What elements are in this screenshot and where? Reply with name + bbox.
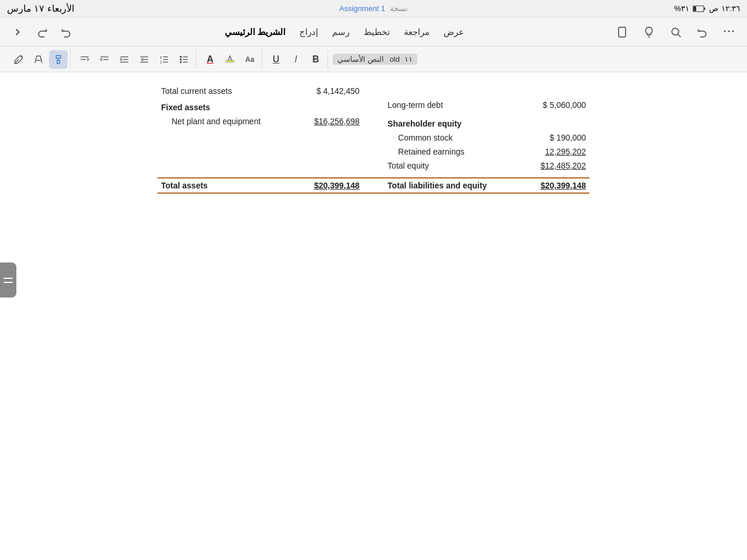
nav-layout[interactable]: تخطيط <box>358 24 396 40</box>
font-size-button[interactable]: Aa <box>240 50 259 69</box>
bullet-list-icon <box>179 54 189 65</box>
undo-button[interactable] <box>694 24 711 40</box>
right-label: Retained earnings <box>384 145 502 159</box>
battery-level: ٣١% <box>674 4 689 13</box>
formatting-toolbar: A Aa U I B ١١ old النص الأساسي <box>0 47 747 72</box>
table-row: Retained earnings 12,295,202 <box>158 145 589 159</box>
left-amount <box>275 159 363 173</box>
table-row: Net plant and equipment $16,256,698 Shar… <box>158 114 589 131</box>
right-label: Shareholder equity <box>384 114 502 131</box>
left-label <box>158 159 275 173</box>
italic-icon: I <box>295 54 297 65</box>
redo-button[interactable] <box>34 24 50 40</box>
total-right-amount: $20,399,148 <box>502 178 589 193</box>
more-button[interactable]: ··· <box>721 24 738 40</box>
left-amount <box>275 131 363 145</box>
rtl-paragraph-button[interactable] <box>95 50 114 69</box>
font-color-icon: A <box>207 54 214 65</box>
status-left: ١٢:٣٦ ص ٣١% <box>674 4 740 13</box>
ltr-paragraph-button[interactable] <box>75 50 94 69</box>
left-label: Total current assets <box>158 84 275 98</box>
ltr-para-icon <box>79 54 90 65</box>
left-amount: $ 4,142,450 <box>275 84 363 98</box>
document-content-area: Total current assets $ 4,142,450 Fixed a… <box>0 72 747 560</box>
clear-format-button[interactable] <box>9 50 28 69</box>
undo-right-icon <box>61 26 72 38</box>
nav-left-icons: ··· <box>614 24 738 40</box>
nav-view[interactable]: عرض <box>438 24 470 40</box>
search-icon <box>670 26 682 38</box>
highlight-icon <box>225 54 235 65</box>
bulb-icon <box>643 26 655 38</box>
nav-draw[interactable]: رسم <box>326 24 355 40</box>
right-label: Total equity <box>384 159 502 173</box>
paragraph-group <box>73 50 196 69</box>
table-row: Fixed assets Long-term debt $ 5,060,000 <box>158 98 589 114</box>
format-paint-icon <box>53 54 64 65</box>
svg-point-25 <box>180 58 181 60</box>
status-bar: ١٢:٣٦ ص ٣١% نسخة Assignment 1 الأربعاء ١… <box>0 0 747 18</box>
undo-right-button[interactable] <box>58 24 75 40</box>
svg-line-4 <box>678 34 681 37</box>
nav-insert[interactable]: إدراج <box>294 24 324 40</box>
italic-button[interactable]: I <box>287 50 305 69</box>
font-style-name: النص الأساسي <box>337 55 384 64</box>
total-left-label: Total assets <box>158 178 275 193</box>
document-page: Total current assets $ 4,142,450 Fixed a… <box>111 72 636 560</box>
redo-icon <box>36 26 48 38</box>
total-right-label: Total liabilities and equity <box>384 178 502 193</box>
text-format-group: U I B <box>264 50 328 69</box>
status-right: الأربعاء ١٧ مارس <box>7 3 74 14</box>
clear-format-icon <box>13 54 24 65</box>
bullet-list-button[interactable] <box>174 50 193 69</box>
numbered-list-icon <box>159 54 169 65</box>
font-size-icon: Aa <box>245 55 254 64</box>
left-amount <box>275 145 363 159</box>
left-label <box>158 145 275 159</box>
bold-button[interactable]: B <box>306 50 325 69</box>
date-display: الأربعاء ١٧ مارس <box>7 3 74 14</box>
nav-review[interactable]: مراجعة <box>398 24 435 40</box>
search-button[interactable] <box>668 24 684 40</box>
chevron-right-icon <box>12 26 23 38</box>
left-label: Fixed assets <box>158 98 275 114</box>
numbered-list-button[interactable] <box>155 50 173 69</box>
right-amount: $ 5,060,000 <box>502 98 589 114</box>
nav-menu: عرض مراجعة تخطيط رسم إدراج الشريط الرئيس… <box>219 24 470 40</box>
battery-icon <box>693 5 706 12</box>
format-paint-button[interactable] <box>49 50 68 69</box>
nav-home[interactable]: الشريط الرئيسي <box>219 24 291 40</box>
svg-rect-5 <box>619 27 626 37</box>
bold-icon: B <box>312 54 319 65</box>
mobile-view-button[interactable] <box>614 24 630 40</box>
handle-line-1 <box>4 278 13 279</box>
right-label <box>384 84 502 98</box>
svg-rect-1 <box>704 8 705 10</box>
right-label: Common stock <box>384 131 502 145</box>
indent-increase-button[interactable] <box>115 50 134 69</box>
left-amount: $16,256,698 <box>275 114 363 131</box>
indent-decrease-icon <box>139 54 149 65</box>
tips-button[interactable] <box>641 24 657 40</box>
left-amount <box>275 98 363 114</box>
total-row: Total assets $20,399,148 Total liabiliti… <box>158 178 589 193</box>
left-label <box>158 131 275 145</box>
font-style-selector[interactable]: ١١ old النص الأساسي <box>333 54 417 65</box>
nav-bar: ··· <box>0 18 747 47</box>
text-style-button[interactable] <box>29 50 48 69</box>
font-color-button[interactable]: A <box>201 50 219 69</box>
table-row: Total current assets $ 4,142,450 <box>158 84 589 98</box>
next-button[interactable] <box>9 24 26 40</box>
left-label: Net plant and equipment <box>158 114 275 131</box>
right-amount: $12,485,202 <box>502 159 589 173</box>
indent-decrease-button[interactable] <box>135 50 153 69</box>
side-handle[interactable] <box>0 262 16 298</box>
underline-button[interactable]: U <box>267 50 285 69</box>
svg-point-26 <box>180 61 181 62</box>
highlight-button[interactable] <box>221 50 239 69</box>
svg-rect-2 <box>693 6 696 11</box>
text-style-icon <box>33 54 44 65</box>
document-title-bar: نسخة Assignment 1 <box>339 4 407 13</box>
svg-point-3 <box>672 28 679 35</box>
font-style-group: ١١ old النص الأساسي <box>330 54 420 65</box>
